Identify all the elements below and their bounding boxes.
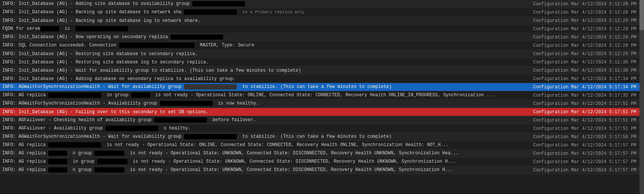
table-row: INFO: AGWaitForSynchronizationHealth - A… [0, 100, 644, 108]
log-meta: Configuration Mar 4/12/2024 5:12:29 PM 6 [531, 26, 644, 32]
not-ready-text: is not ready [155, 93, 188, 98]
log-message: INFO: Init_Database (AG) - Backing up si… [0, 17, 531, 24]
log-message: INFO: AGWaitForSynchronizationHealth - A… [0, 100, 531, 107]
table-row: INFO: AG replica n group is not ready - … [0, 149, 644, 158]
table-row: INFO: Init_Database (AG) - Backing up si… [0, 8, 644, 17]
table-row: INFO: AGWaitForSynchronizationHealth - W… [0, 133, 644, 141]
table-row: INFO: AG replica in group is not ready -… [0, 158, 644, 166]
table-row: INFO: Init_Database (AG) - Adding databa… [0, 75, 644, 83]
log-meta: Configuration Mar 4/12/2024 5:17:57 PM 6 [531, 150, 644, 157]
log-message: INFO: Init_Database (AG) - Wait for avai… [0, 67, 531, 74]
log-message: INFO: Init_Database (AG) - Failing over … [0, 109, 531, 115]
table-row: INFO: AGFailover - Checking health of av… [0, 116, 644, 125]
table-row: INFO: Init_Database (AG) - Adding site d… [0, 0, 644, 8]
table-row-highlighted-red: INFO: Init_Database (AG) - Failing over … [0, 108, 644, 116]
log-meta: Configuration Mar 4/12/2024 5:17:51 PM 6 [531, 100, 644, 107]
redacted-block [160, 101, 213, 106]
log-container: INFO: Init_Database (AG) - Adding site d… [0, 0, 644, 174]
log-message: INFO: AGFailover - Checking health of av… [0, 117, 531, 123]
table-row: FQDN for serve is Configuration Mar 4/12… [0, 25, 644, 33]
log-meta: Configuration Mar 4/12/2024 5:17:35 PM 6 [531, 92, 644, 99]
redacted-block [131, 92, 150, 98]
log-meta: Configuration Mar 4/12/2024 5:17:51 PM 6 [531, 109, 644, 115]
log-message: INFO: Init_Database (AG) - Restoring sit… [0, 51, 531, 57]
log-message: INFO: AG replica in group is not ready -… [0, 158, 531, 165]
log-meta: Configuration Mar 4/12/2024 5:12:29 PM 6 [531, 51, 644, 57]
redacted-block [40, 26, 59, 31]
log-message: FQDN for serve is [0, 25, 531, 32]
table-row: INFO: AG replica n group is not ready - … [0, 166, 644, 174]
table-row: INFO: Init_Database (AG) - Now operating… [0, 33, 644, 42]
log-meta: Configuration Mar 4/12/2024 5:12:28 PM 6 [531, 1, 644, 8]
redacted-block [94, 151, 124, 156]
table-row: INFO: AG replica is not ready - Operatio… [0, 141, 644, 149]
redacted-block [94, 167, 124, 172]
redacted-block [184, 9, 237, 15]
table-row-highlighted-blue: INFO: AGWaitForSynchronizationHealth - W… [0, 83, 644, 91]
table-row: INFO: Init_Database (AG) - Wait for avai… [0, 66, 644, 75]
table-row: INFO: Init_Database (AG) - Restoring sit… [0, 50, 644, 58]
table-row: INFO: AGFailover - Availability group s … [0, 125, 644, 133]
log-message: INFO: AGFailover - Availability group s … [0, 125, 531, 132]
log-meta: Configuration Mar 4/12/2024 5:17:57 PM 6 [531, 142, 644, 149]
table-row: INFO: Init_Database (AG) - Restoring sit… [0, 58, 644, 66]
log-meta: Configuration Mar 4/12/2024 5:12:30 PM 6 [531, 67, 644, 74]
log-meta: Configuration Mar 4/12/2024 5:17:51 PM 6 [531, 117, 644, 124]
log-meta: Configuration Mar 4/12/2024 5:12:30 PM 6 [531, 59, 644, 66]
redacted-block [192, 1, 245, 6]
redacted-block [48, 92, 101, 98]
log-message: INFO: SQL Connection succeeded. Connecti… [0, 42, 531, 49]
redacted-block [48, 142, 101, 148]
redacted-block [154, 117, 207, 123]
log-message: INFO: AG replica is not ready - Operatio… [0, 142, 531, 148]
redacted-block [97, 159, 127, 164]
log-message: INFO: AG replica n group is not ready - … [0, 150, 531, 157]
log-message: INFO: Init_Database (AG) - Adding databa… [0, 75, 531, 82]
redacted-block [119, 43, 195, 48]
log-meta: Configuration Mar 4/12/2024 5:17:57 PM 6 [531, 159, 644, 165]
log-message: INFO: Init_Database (AG) - Restoring sit… [0, 59, 531, 66]
redacted-block [75, 26, 128, 31]
log-meta: Configuration Mar 4/12/2024 5:17:56 PM 6 [531, 134, 644, 140]
redacted-block [184, 84, 237, 89]
log-meta: Configuration Mar 4/12/2024 5:12:28 PM 6 [531, 9, 644, 16]
log-meta: Configuration Mar 4/12/2024 5:17:51 PM 6 [531, 125, 644, 132]
log-message: INFO: AGWaitForSynchronizationHealth - W… [0, 83, 531, 90]
redacted-block [184, 134, 237, 139]
log-message: INFO: AG replica n group is not ready - … [0, 166, 531, 173]
log-message: INFO: Init_Database (AG) - Backing up si… [0, 9, 531, 15]
redacted-block [48, 151, 67, 156]
scrollbar-thumb[interactable] [639, 0, 644, 30]
log-message: INFO: AGWaitForSynchronizationHealth - W… [0, 133, 531, 140]
log-meta: Configuration Mar 4/12/2024 5:17:34 PM 6 [531, 75, 644, 82]
log-message: INFO: AG replica in group is not ready -… [0, 92, 531, 99]
log-meta: Configuration Mar 4/12/2024 5:12:29 PM 6 [531, 17, 644, 24]
log-meta: Configuration Mar 4/12/2024 5:17:57 PM 6 [531, 167, 644, 174]
log-message: INFO: Init_Database (AG) - Adding site d… [0, 0, 531, 7]
log-message: INFO: Init_Database (AG) - Now operating… [0, 34, 531, 40]
scrollbar[interactable] [639, 0, 644, 174]
log-meta: Configuration Mar 4/12/2024 5:12:29 PM 6 [531, 42, 644, 49]
log-meta: Configuration Mar 4/12/2024 5:12:29 PM 6 [531, 34, 644, 41]
log-meta: Configuration Mar 4/12/2024 5:17:34 PM 6 [531, 84, 644, 91]
table-row: INFO: Init_Database (AG) - Backing up si… [0, 17, 644, 25]
redacted-block [48, 167, 67, 172]
redacted-block [170, 34, 223, 40]
redacted-block [48, 159, 67, 164]
table-row: INFO: AG replica in group is not ready -… [0, 91, 644, 100]
table-row: INFO: SQL Connection succeeded. Connecti… [0, 42, 644, 50]
redacted-block [106, 126, 158, 131]
